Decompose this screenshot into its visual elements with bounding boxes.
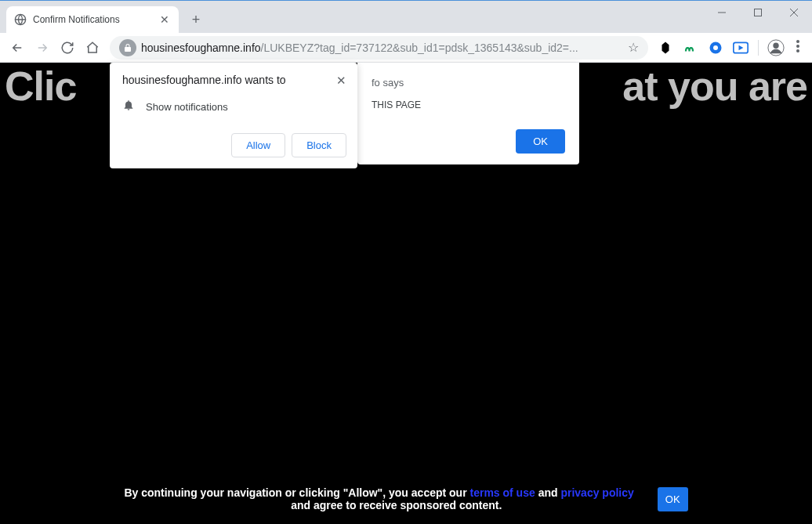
notification-permission-dialog: housinesfoughamne.info wants to ✕ Show n… <box>110 63 357 168</box>
minimize-button[interactable] <box>704 1 740 24</box>
profile-avatar-icon[interactable] <box>765 37 787 59</box>
url-text: housinesfoughamne.info/LUKBEYZ?tag_id=73… <box>141 42 622 54</box>
bell-icon <box>122 99 135 114</box>
home-button[interactable] <box>82 37 103 59</box>
tab-title: Confirm Notifications <box>33 14 158 25</box>
privacy-link[interactable]: privacy policy <box>560 486 633 499</box>
permission-title: housinesfoughamne.info wants to <box>122 74 286 86</box>
extension-icon-2[interactable] <box>680 37 701 59</box>
address-bar[interactable]: housinesfoughamne.info/LUKBEYZ?tag_id=73… <box>110 36 648 60</box>
maximize-button[interactable] <box>740 1 776 24</box>
allow-button[interactable]: Allow <box>231 133 285 157</box>
svg-point-12 <box>796 40 799 43</box>
toolbar: housinesfoughamne.info/LUKBEYZ?tag_id=73… <box>0 33 812 63</box>
reload-button[interactable] <box>56 37 78 59</box>
alert-title: fo says <box>372 77 565 89</box>
bookmark-star-icon[interactable]: ☆ <box>628 40 639 55</box>
window-controls <box>704 1 812 24</box>
url-domain: housinesfoughamne.info <box>141 42 261 54</box>
svg-marker-9 <box>739 45 744 50</box>
browser-tab[interactable]: Confirm Notifications ✕ <box>6 6 179 33</box>
consent-bar: By continuing your navigation or clickin… <box>0 486 812 511</box>
extension-icon-4[interactable] <box>730 37 752 59</box>
svg-point-7 <box>713 45 718 50</box>
svg-marker-5 <box>662 42 669 53</box>
menu-button[interactable] <box>790 40 806 56</box>
consent-ok-button[interactable]: OK <box>658 487 688 511</box>
alert-message: THIS PAGE <box>372 99 565 110</box>
new-tab-button[interactable]: + <box>185 9 207 31</box>
globe-icon <box>14 13 27 26</box>
consent-text: By continuing your navigation or clickin… <box>124 486 633 511</box>
svg-point-14 <box>796 49 799 52</box>
separator <box>758 40 759 56</box>
close-icon[interactable]: ✕ <box>336 74 346 88</box>
svg-point-11 <box>773 42 778 48</box>
headline-part-2: at you are <box>622 63 807 109</box>
extension-icon-1[interactable] <box>654 37 676 59</box>
title-bar: Confirm Notifications ✕ + <box>0 0 812 33</box>
extension-icon-3[interactable] <box>705 37 727 59</box>
block-button[interactable]: Block <box>292 133 346 157</box>
svg-rect-2 <box>755 9 762 16</box>
js-alert-dialog: fo says THIS PAGE OK <box>357 63 579 164</box>
close-window-button[interactable] <box>776 1 812 24</box>
lock-icon[interactable] <box>119 39 136 56</box>
headline-part-1: Clic <box>5 63 76 109</box>
terms-link[interactable]: terms of use <box>470 486 535 499</box>
svg-point-13 <box>796 45 799 48</box>
permission-label: Show notifications <box>146 101 228 113</box>
close-icon[interactable]: ✕ <box>158 13 171 26</box>
alert-ok-button[interactable]: OK <box>516 129 565 154</box>
forward-button[interactable] <box>31 37 53 59</box>
back-button[interactable] <box>6 37 28 59</box>
url-path: /LUKBEYZ?tag_id=737122&sub_id1=pdsk_1365… <box>261 42 578 54</box>
